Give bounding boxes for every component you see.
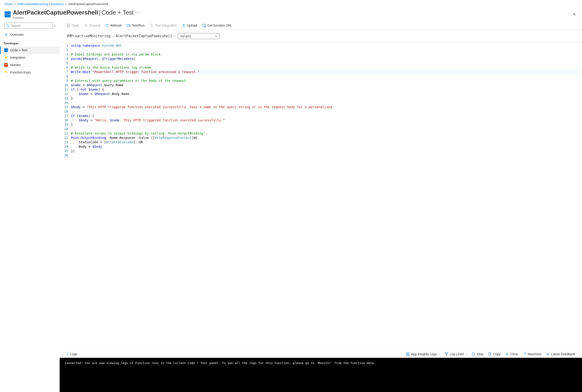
logs-terminal[interactable]: Connected! You are now viewing logs of F… — [60, 358, 582, 392]
lightning-icon — [4, 56, 8, 60]
maximize-button[interactable]: Maximize — [522, 352, 541, 356]
file-select[interactable]: run.ps1 — [178, 33, 219, 39]
url-icon — [202, 24, 206, 27]
code-icon: </> — [4, 11, 11, 17]
heart-icon — [546, 352, 550, 356]
function-icon — [4, 33, 8, 36]
test-integration-button[interactable]: Test integration — [150, 24, 177, 27]
maximize-icon — [522, 352, 526, 356]
more-button[interactable]: ··· — [134, 11, 141, 15]
chevron-right-icon: > — [14, 2, 16, 6]
sidebar: « Overview Developer </> Code + Test Int… — [0, 21, 60, 392]
svg-rect-20 — [489, 353, 491, 356]
svg-rect-7 — [68, 26, 69, 27]
path-sep: \ — [174, 34, 176, 38]
copy-icon — [488, 352, 492, 356]
upload-button[interactable]: Upload — [182, 24, 197, 27]
sidebar-item-label: Function Keys — [10, 70, 31, 74]
app-insights-button[interactable]: App Insights Logs⌄ — [406, 352, 440, 356]
logs-toggle[interactable]: Logs — [66, 352, 77, 356]
sidebar-item-integration[interactable]: Integration — [0, 54, 60, 61]
refresh-button[interactable]: Refresh — [105, 24, 122, 27]
svg-line-1 — [8, 26, 10, 27]
sidebar-item-label: Monitor — [10, 63, 21, 67]
sidebar-item-label: Integration — [10, 56, 26, 60]
svg-rect-4 — [7, 72, 8, 73]
discard-icon — [84, 24, 88, 27]
search-input-wrapper[interactable] — [4, 23, 52, 29]
refresh-icon — [105, 24, 109, 27]
feedback-button[interactable]: Leave Feedback — [546, 352, 575, 356]
code-icon: </> — [4, 48, 8, 52]
stop-button[interactable]: Stop — [472, 352, 483, 356]
svg-rect-6 — [68, 24, 69, 25]
page-subtitle: Function — [13, 16, 141, 20]
toolbar: Save Discard Refresh Test/Run Test integ… — [60, 21, 582, 30]
path-root: VMProactiveMonitoring — [66, 34, 110, 38]
list-icon — [406, 352, 410, 356]
sidebar-item-keys[interactable]: Function Keys — [0, 69, 60, 76]
test-run-button[interactable]: Test/Run — [127, 24, 144, 27]
chevron-right-icon: > — [65, 2, 67, 6]
sidebar-item-label: Overview — [10, 33, 24, 36]
file-path-row: VMProactiveMonitoring \ AlertPacketCaptu… — [60, 30, 582, 42]
search-input[interactable] — [11, 24, 50, 28]
breadcrumb-functions[interactable]: VMProactiveMonitoring | Functions — [17, 2, 64, 6]
breadcrumb-current: AlertPacketCaptuePowershell — [68, 2, 108, 6]
clear-button[interactable]: Clear — [505, 352, 518, 356]
code-body[interactable]: using namespace System.Net # Input bindi… — [71, 42, 582, 350]
logs-toolbar: Logs App Insights Logs⌄ Log Level⌄ Stop — [60, 350, 582, 358]
close-button[interactable]: ✕ — [571, 10, 578, 18]
breadcrumb-home[interactable]: Home — [4, 2, 13, 6]
svg-line-23 — [524, 353, 526, 354]
sidebar-item-label: Code + Test — [10, 48, 28, 52]
page-title: AlertPacketCaptuePowershell | Code + Tes… — [13, 9, 141, 16]
sidebar-item-overview[interactable]: Overview — [0, 31, 60, 38]
svg-point-0 — [7, 24, 9, 26]
monitor-icon — [4, 63, 8, 67]
path-sep: \ — [113, 34, 114, 38]
key-icon — [4, 70, 8, 74]
copy-button[interactable]: Copy — [488, 352, 501, 356]
stop-icon — [472, 352, 475, 356]
discard-button[interactable]: Discard — [84, 24, 100, 27]
save-button[interactable]: Save — [66, 24, 79, 27]
search-icon — [6, 24, 10, 28]
sidebar-item-monitor[interactable]: Monitor — [0, 61, 60, 69]
flask-icon — [150, 24, 154, 27]
main-content: Save Discard Refresh Test/Run Test integ… — [60, 21, 582, 392]
path-func: AlertPacketCaptuePowershell — [116, 34, 172, 38]
sidebar-item-code-test[interactable]: </> Code + Test — [0, 46, 60, 54]
testrun-icon — [127, 24, 130, 27]
filter-icon — [445, 352, 448, 356]
page-header: </> AlertPacketCaptuePowershell | Code +… — [0, 8, 582, 21]
sidebar-section-developer: Developer — [0, 38, 60, 46]
log-level-button[interactable]: Log Level⌄ — [445, 352, 467, 356]
clear-icon — [505, 352, 509, 356]
collapse-sidebar-button[interactable]: « — [54, 24, 56, 27]
breadcrumb: Home > VMProactiveMonitoring | Functions… — [0, 0, 582, 8]
line-gutter: 1234567891011121314151617181920212223242… — [60, 42, 71, 350]
chevron-down-icon — [66, 352, 69, 355]
code-editor[interactable]: 1234567891011121314151617181920212223242… — [60, 42, 582, 350]
upload-icon — [182, 24, 186, 27]
svg-rect-19 — [472, 353, 474, 355]
get-url-button[interactable]: Get function URL — [202, 24, 232, 27]
save-icon — [66, 24, 70, 27]
